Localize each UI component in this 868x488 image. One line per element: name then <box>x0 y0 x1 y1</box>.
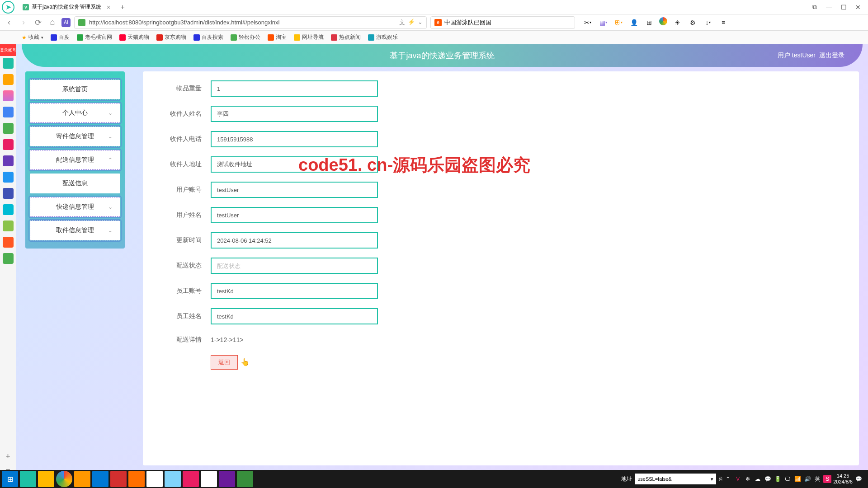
grid-icon[interactable]: ▦▾ <box>598 17 609 28</box>
form-input[interactable] <box>211 232 378 249</box>
taskbar-app2-icon[interactable] <box>183 471 199 487</box>
url-input[interactable]: http://localhost:8080/springbootgbu3f/ad… <box>74 16 427 29</box>
bookmark-taobao[interactable]: 淘宝 <box>268 33 287 41</box>
taskbar-copilot-icon[interactable] <box>201 471 217 487</box>
menu-item[interactable]: 寄件信息管理⌄ <box>30 127 120 146</box>
home-icon[interactable]: ⌂ <box>47 17 58 28</box>
window-close-icon[interactable]: ✕ <box>854 3 863 12</box>
tray-cloud-icon[interactable]: ☁ <box>754 475 762 483</box>
menu-item[interactable]: 配送信息 <box>30 174 120 193</box>
apps-icon[interactable]: ⊞ <box>644 17 655 28</box>
window-minimize-icon[interactable]: — <box>825 3 834 12</box>
bookmark-tmall[interactable]: 天猫购物 <box>119 33 149 41</box>
menu-item[interactable]: 系统首页 <box>30 80 120 99</box>
tray-copy-icon[interactable]: ⎘ <box>719 476 722 482</box>
taskbar-notepad-icon[interactable] <box>165 471 181 487</box>
taskbar-app-icon[interactable] <box>128 471 145 487</box>
menu-item[interactable]: 个人中心⌄ <box>30 103 120 123</box>
sidebar-a-icon[interactable] <box>3 107 14 117</box>
download-icon[interactable]: ↓▾ <box>703 17 713 28</box>
sidebar-chat-icon[interactable] <box>3 123 14 134</box>
menu-item[interactable]: 取件信息管理⌄ <box>30 221 120 240</box>
tray-snow-icon[interactable]: ❄ <box>744 475 752 483</box>
sidebar-ai-icon[interactable] <box>3 90 14 101</box>
sidebar-doc-icon[interactable] <box>3 172 14 183</box>
tray-wechat-icon[interactable]: 💬 <box>764 475 772 483</box>
window-maximize-icon[interactable]: ☐ <box>839 3 848 12</box>
search-input[interactable]: e 中国游泳队已回国 <box>430 16 575 29</box>
taskbar-text-icon[interactable] <box>146 471 163 487</box>
logout-link[interactable]: 退出登录 <box>819 52 844 60</box>
menu-item[interactable]: 快递信息管理⌄ <box>30 197 120 217</box>
bookmark-news[interactable]: 热点新闻 <box>331 33 361 41</box>
sidebar-game-icon[interactable] <box>3 221 14 231</box>
bookmark-baidu[interactable]: 百度 <box>51 33 70 41</box>
tray-ime-icon[interactable]: 英 <box>813 475 821 483</box>
bookmark-laomaotao[interactable]: 老毛桃官网 <box>77 33 112 41</box>
taskbar-edge-icon[interactable] <box>92 471 108 487</box>
sidebar-weibo-icon[interactable] <box>3 237 14 248</box>
taskbar-wps-icon[interactable] <box>110 471 127 487</box>
bookmark-jd[interactable]: 京东购物 <box>156 33 186 41</box>
back-button[interactable]: 返回 <box>211 355 238 370</box>
form-input[interactable] <box>211 308 378 324</box>
bookmark-nav[interactable]: 网址导航 <box>294 33 324 41</box>
taskbar-sublime-icon[interactable] <box>74 471 90 487</box>
favorites-button[interactable]: ★收藏▾ <box>22 33 43 41</box>
taskbar-chrome-icon[interactable] <box>56 471 72 487</box>
new-tab-button[interactable]: + <box>116 1 129 14</box>
flash-icon[interactable]: ⚡ <box>408 19 415 27</box>
taskbar-360-icon[interactable] <box>20 471 36 487</box>
refresh-icon[interactable]: ⟳ <box>33 17 43 28</box>
form-input[interactable] <box>211 258 378 274</box>
shield-icon[interactable]: ⛨▾ <box>613 17 624 28</box>
sidebar-pdf-icon[interactable] <box>3 139 14 150</box>
ai-icon[interactable]: AI <box>61 18 71 27</box>
forward-icon[interactable]: › <box>18 17 29 28</box>
taskbar-pycharm-icon[interactable] <box>237 471 253 487</box>
sidebar-add-icon[interactable]: + <box>5 452 10 461</box>
taskbar-idea-icon[interactable] <box>219 471 235 487</box>
sun-icon[interactable]: ☀ <box>672 17 683 28</box>
close-tab-icon[interactable]: × <box>107 4 110 11</box>
browser-tab[interactable]: V 基于java的快递业务管理系统 × <box>17 1 116 14</box>
tray-volume-icon[interactable]: 🔊 <box>803 475 811 483</box>
tray-wifi-icon[interactable]: 📶 <box>793 475 802 483</box>
start-icon[interactable]: ⊞ <box>2 471 18 487</box>
bookmark-game[interactable]: 游戏娱乐 <box>368 33 398 41</box>
dropdown-icon[interactable]: ⌄ <box>418 19 423 27</box>
tray-display-icon[interactable]: 🖵 <box>783 475 792 483</box>
taskbar-explorer-icon[interactable] <box>38 471 54 487</box>
form-input[interactable] <box>211 131 378 147</box>
menu-icon[interactable]: ≡ <box>718 17 729 28</box>
gear-icon[interactable]: ⚙ <box>687 17 698 28</box>
translate-icon[interactable]: 文 <box>399 19 405 27</box>
login-badge[interactable]: 登录账号 <box>0 44 16 56</box>
sidebar-translate-icon[interactable] <box>3 204 14 215</box>
tray-battery-icon[interactable]: 🔋 <box>774 475 782 483</box>
form-input[interactable] <box>211 106 378 122</box>
form-input[interactable] <box>211 156 378 173</box>
tray-v-icon[interactable]: V <box>734 475 742 483</box>
sidebar-note-icon[interactable] <box>3 188 14 199</box>
tray-addr-select[interactable]: useSSL=false&▾ <box>635 474 716 484</box>
window-pip-icon[interactable]: ⧉ <box>810 3 819 12</box>
tray-s-icon[interactable]: S <box>823 475 831 483</box>
bookmark-qingsong[interactable]: 轻松办公 <box>231 33 260 41</box>
sidebar-mail-icon[interactable] <box>3 253 14 264</box>
sidebar-star-icon[interactable] <box>3 74 14 85</box>
bookmark-baidusearch[interactable]: 百度搜索 <box>193 33 223 41</box>
form-input[interactable] <box>211 80 378 97</box>
tray-up-icon[interactable]: ⌃ <box>724 475 732 483</box>
sidebar-app-icon[interactable] <box>3 58 14 69</box>
scissors-icon[interactable]: ✂▾ <box>582 17 593 28</box>
form-input[interactable] <box>211 182 378 198</box>
menu-item[interactable]: 配送信息管理⌃ <box>30 150 120 170</box>
form-input[interactable] <box>211 283 378 299</box>
chrome-icon[interactable] <box>659 17 667 25</box>
sidebar-video-icon[interactable] <box>3 155 14 166</box>
form-input[interactable] <box>211 207 378 223</box>
back-icon[interactable]: ‹ <box>4 17 14 28</box>
person-icon[interactable]: 👤 <box>628 17 639 28</box>
tray-notifications-icon[interactable]: 💬 <box>854 475 863 483</box>
